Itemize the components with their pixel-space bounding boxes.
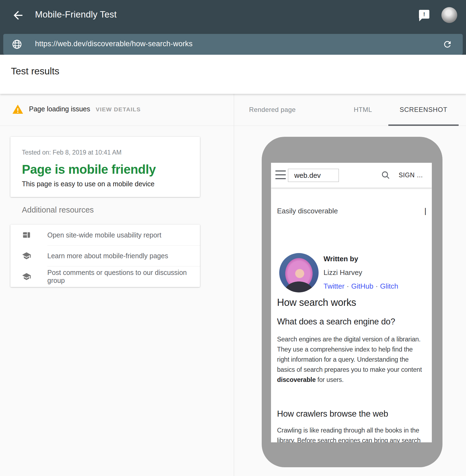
globe-icon [11,39,22,50]
article-paragraph-1: Search engines are the digital version o… [277,334,425,385]
tab-rendered-page[interactable]: Rendered page [240,94,305,126]
twitter-link: Twitter [324,282,345,290]
resource-item-usability-report[interactable]: Open site-wide mobile usability report [10,225,200,245]
school-icon [22,251,31,260]
content-area: Page loading issues VIEW DETAILS Tested … [0,94,466,476]
screenshot-search-value: web.dev [294,171,321,180]
written-by-label: Written by [324,255,398,263]
page-loading-issues-row: Page loading issues VIEW DETAILS [0,94,234,126]
warning-triangle-icon [12,104,24,115]
hamburger-icon [275,170,286,179]
phone-screenshot: web.dev SIGN … Easily discoverable | [271,163,432,442]
warning-label: Page loading issues [29,105,90,113]
url-bar[interactable]: https://web.dev/discoverable/how-search-… [3,34,463,55]
glitch-link: Glitch [380,282,398,290]
right-panel: Rendered page HTML SCREENSHOT web.dev [234,94,466,476]
view-details-link[interactable]: VIEW DETAILS [96,106,141,113]
github-link: GitHub [351,282,373,290]
article-title: How search works [277,297,356,308]
text-cursor: | [424,207,426,215]
preview-tabs: Rendered page HTML SCREENSHOT [234,94,466,126]
tab-screenshot-label: SCREENSHOT [400,106,447,114]
author-name: Lizzi Harvey [324,268,398,277]
resource-label: Post comments or questions to our discus… [47,269,200,285]
results-strip: Test results [0,55,466,94]
author-avatar [279,253,319,292]
url-text: https://web.dev/discoverable/how-search-… [35,40,193,48]
paragraph-text: Search engines are the digital version o… [277,336,422,373]
screenshot-search-box: web.dev [288,169,339,182]
resource-item-discussion-group[interactable]: Post comments or questions to our discus… [10,266,200,287]
additional-resources-heading: Additional resources [22,205,94,214]
active-tab-underline [388,124,459,126]
resource-label: Open site-wide mobile usability report [47,231,161,239]
screenshot-site-header: web.dev SIGN … [271,163,432,188]
tested-on-timestamp: Tested on: Feb 8, 2019 at 10:41 AM [22,149,121,156]
usability-report-icon [22,230,31,240]
dot-separator: · [345,282,351,290]
dot-separator: · [373,282,380,290]
app-title: Mobile-Friendly Test [35,9,117,20]
phone-mockup: web.dev SIGN … Easily discoverable | [262,137,442,467]
app-header: Mobile-Friendly Test ! https://web.dev/d… [0,0,466,55]
breadcrumb: Easily discoverable [277,207,338,215]
author-block: Written by Lizzi Harvey Twitter·GitHub·G… [324,255,398,291]
app-bar: Mobile-Friendly Test ! [0,0,466,31]
verdict-description: This page is easy to use on a mobile dev… [22,180,155,188]
school-icon [22,272,31,281]
author-links: Twitter·GitHub·Glitch [324,282,398,291]
result-card: Tested on: Feb 8, 2019 at 10:41 AM Page … [10,137,200,197]
refresh-icon[interactable] [442,39,452,49]
user-avatar[interactable] [441,7,457,23]
tab-screenshot[interactable]: SCREENSHOT [388,94,459,126]
resource-label: Learn more about mobile-friendly pages [47,252,168,260]
feedback-icon[interactable]: ! [419,10,429,19]
arrow-left-icon [11,9,25,22]
back-button[interactable] [11,9,25,22]
section-heading-2: How crawlers browse the web [277,409,388,419]
search-icon [380,170,391,180]
screenshot-breadcrumb-row: Easily discoverable | [277,207,426,215]
left-panel: Page loading issues VIEW DETAILS Tested … [0,94,234,476]
screenshot-sign-in: SIGN … [399,172,423,179]
resource-item-learn-more[interactable]: Learn more about mobile-friendly pages [10,245,200,266]
tab-html[interactable]: HTML [336,94,390,126]
article-paragraph-2: Crawling is like reading through all the… [277,425,425,442]
page-title: Test results [11,66,59,77]
paragraph-text: for users. [316,376,343,383]
verdict-text: Page is mobile friendly [22,162,156,177]
bold-word: discoverable [277,376,316,383]
mobile-friendly-test-app: Mobile-Friendly Test ! https://web.dev/d… [0,0,466,476]
resources-card: Open site-wide mobile usability report L… [10,225,200,287]
section-heading-1: What does a search engine do? [277,317,395,327]
